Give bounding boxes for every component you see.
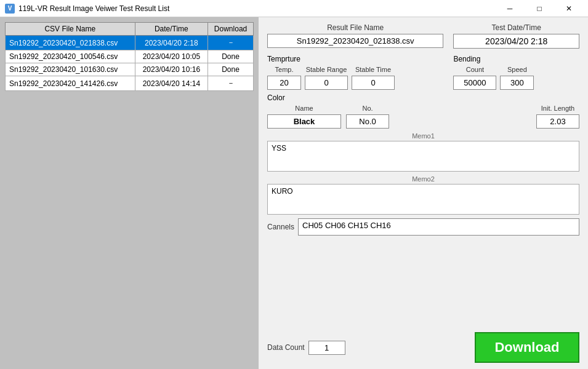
result-file-value: Sn19292_20230420_021838.csv	[267, 34, 443, 48]
temprture-label: Temprture	[267, 55, 443, 63]
result-file-section: Result File Name Sn19292_20230420_021838…	[267, 23, 443, 49]
file-table: CSV File Name Date/Time Download Sn19292…	[5, 22, 254, 91]
color-group: Color Name Black No. No.0 Init. Length 2…	[267, 93, 579, 129]
color-name-label: Name	[295, 105, 313, 112]
temprture-fields: Temp. 20 Stable Range 0 Stable Time 0	[267, 66, 443, 90]
table-cell-download: －	[208, 76, 254, 91]
maximize-button[interactable]: □	[525, 0, 554, 17]
channels-value: CH05 CH06 CH15 CH16	[298, 218, 579, 236]
memo1-value: YSS	[272, 144, 286, 153]
data-count-label: Data Count	[267, 343, 305, 352]
memo1-label: Memo1	[267, 132, 579, 140]
stable-range-value: 0	[305, 76, 348, 90]
table-row[interactable]: Sn19292_20230420_101630.csv2023/04/20 10…	[6, 63, 254, 76]
title-bar-left: V 119L-VR Result Image Veiwer Test Resul…	[5, 4, 169, 14]
speed-label: Speed	[507, 66, 527, 73]
table-cell-datetime: 2023/04/20 2:18	[135, 36, 207, 50]
count-value: 50000	[453, 76, 496, 90]
init-length-value: 2.03	[536, 114, 579, 129]
stable-time-value: 0	[352, 76, 395, 90]
table-header-row: CSV File Name Date/Time Download	[6, 23, 254, 36]
table-cell-datetime: 2023/04/20 14:14	[135, 76, 207, 91]
stable-time-label: Stable Time	[355, 66, 391, 73]
table-cell-filename: Sn19292_20230420_141426.csv	[6, 76, 135, 91]
window-title: 119L-VR Result Image Veiwer Test Result …	[18, 4, 169, 13]
memo1-box: YSS	[267, 141, 579, 172]
bottom-row: Data Count 1 Download	[267, 332, 579, 363]
bending-label: Bending	[453, 55, 579, 63]
temp-bending-row: Temprture Temp. 20 Stable Range 0 Stable…	[267, 55, 579, 90]
minimize-button[interactable]: ─	[496, 0, 524, 17]
left-panel: CSV File Name Date/Time Download Sn19292…	[0, 17, 259, 369]
data-count-value: 1	[308, 341, 345, 355]
channels-row: Cannels CH05 CH06 CH15 CH16	[267, 218, 579, 236]
table-cell-filename: Sn19292_20230420_021838.csv	[6, 36, 135, 50]
count-label: Count	[466, 66, 484, 73]
table-row[interactable]: Sn19292_20230420_100546.csv2023/04/20 10…	[6, 50, 254, 63]
stable-range-label: Stable Range	[306, 66, 347, 73]
init-length-label: Init. Length	[541, 105, 574, 112]
app-icon: V	[5, 4, 15, 14]
col-header-filename: CSV File Name	[6, 23, 135, 36]
stable-range-col: Stable Range 0	[305, 66, 348, 90]
color-name-value: Black	[267, 114, 341, 129]
table-cell-download: Done	[208, 50, 254, 63]
channels-label: Cannels	[267, 223, 294, 231]
speed-value: 300	[500, 76, 534, 90]
table-cell-filename: Sn19292_20230420_101630.csv	[6, 63, 135, 76]
memo2-value: KURO	[272, 187, 293, 196]
table-cell-filename: Sn19292_20230420_100546.csv	[6, 50, 135, 63]
color-fields-row: Name Black No. No.0 Init. Length 2.03	[267, 105, 579, 129]
table-row[interactable]: Sn19292_20230420_021838.csv2023/04/20 2:…	[6, 36, 254, 50]
init-length-col: Init. Length 2.03	[536, 105, 579, 129]
color-no-value: No.0	[346, 114, 389, 129]
col-header-download: Download	[208, 23, 254, 36]
stable-time-col: Stable Time 0	[352, 66, 395, 90]
download-button[interactable]: Download	[475, 332, 579, 363]
table-cell-download: －	[208, 36, 254, 50]
temprture-group: Temprture Temp. 20 Stable Range 0 Stable…	[267, 55, 443, 90]
color-name-col: Name Black	[267, 105, 341, 129]
main-content: CSV File Name Date/Time Download Sn19292…	[0, 17, 588, 369]
count-col: Count 50000	[453, 66, 496, 90]
col-header-datetime: Date/Time	[135, 23, 207, 36]
test-date-value: 2023/04/20 2:18	[453, 34, 579, 49]
table-cell-datetime: 2023/04/20 10:16	[135, 63, 207, 76]
test-date-section: Test Date/Time 2023/04/20 2:18	[453, 23, 579, 49]
temp-label: Temp.	[275, 66, 294, 73]
data-count-row: Data Count 1	[267, 341, 345, 355]
test-date-label: Test Date/Time	[492, 23, 541, 32]
close-button[interactable]: ✕	[555, 0, 583, 17]
bending-group: Bending Count 50000 Speed 300	[453, 55, 579, 90]
table-row[interactable]: Sn19292_20230420_141426.csv2023/04/20 14…	[6, 76, 254, 91]
table-cell-download: Done	[208, 63, 254, 76]
temp-value: 20	[267, 76, 301, 90]
result-file-label: Result File Name	[327, 23, 384, 32]
color-no-label: No.	[362, 105, 373, 112]
title-bar-controls: ─ □ ✕	[496, 0, 583, 17]
table-cell-datetime: 2023/04/20 10:05	[135, 50, 207, 63]
right-panel: Result File Name Sn19292_20230420_021838…	[259, 17, 588, 369]
memo2-box: KURO	[267, 184, 579, 215]
bending-fields: Count 50000 Speed 300	[453, 66, 579, 90]
header-row: Result File Name Sn19292_20230420_021838…	[267, 23, 579, 49]
temp-col: Temp. 20	[267, 66, 301, 90]
speed-col: Speed 300	[500, 66, 534, 90]
title-bar: V 119L-VR Result Image Veiwer Test Resul…	[0, 0, 588, 17]
memo2-label: Memo2	[267, 175, 579, 183]
color-no-col: No. No.0	[346, 105, 389, 129]
memo2-group: Memo2 KURO	[267, 175, 579, 215]
memo1-group: Memo1 YSS	[267, 132, 579, 172]
color-label: Color	[267, 93, 579, 102]
